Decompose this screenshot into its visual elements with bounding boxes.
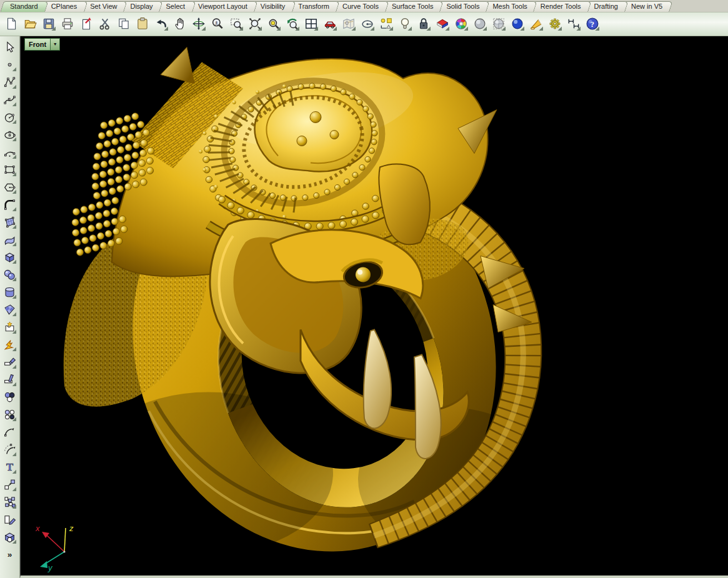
spotlight-button[interactable] [528, 16, 544, 32]
tab-label: Set View [90, 2, 117, 10]
new-file-icon [4, 17, 18, 31]
gear-icon [548, 17, 562, 31]
array-button[interactable] [2, 494, 18, 510]
tab-standard[interactable]: Standard [2, 1, 47, 12]
rendered-viewport-button[interactable] [509, 16, 526, 32]
tab-set-view[interactable]: Set View [82, 1, 126, 12]
tab-label: Visibility [261, 2, 286, 10]
circle-button[interactable] [2, 109, 18, 125]
show-map-button[interactable] [341, 16, 357, 32]
shaded-viewport-button[interactable] [472, 16, 488, 32]
zoom-selected-button[interactable] [266, 16, 282, 32]
viewport-layout-button[interactable] [303, 16, 319, 32]
export-button[interactable] [78, 16, 94, 32]
tab-select[interactable]: Select [158, 1, 194, 12]
tab-new-in-v5[interactable]: New in V5 [623, 1, 671, 12]
rectangle-button[interactable] [2, 162, 18, 177]
lock-objects-button[interactable] [416, 16, 432, 32]
extend-button[interactable] [2, 424, 18, 440]
color-wheel-icon [454, 17, 468, 31]
offset-button[interactable] [2, 442, 18, 457]
edit-layers-button[interactable] [434, 16, 451, 32]
save-button[interactable] [41, 16, 57, 32]
lock-icon [417, 17, 431, 31]
tab-display[interactable]: Display [122, 1, 161, 12]
arc-button[interactable] [2, 144, 18, 160]
offset-icon [3, 443, 16, 456]
surface-from-curves-button[interactable] [2, 232, 18, 247]
more-tools-button[interactable]: » [2, 547, 18, 562]
new-file-button[interactable] [3, 16, 19, 32]
ellipse-button[interactable] [2, 127, 18, 142]
polygon-icon [3, 181, 16, 194]
pan-button[interactable] [172, 16, 188, 32]
boolean-button[interactable] [2, 319, 18, 335]
tab-curve-tools[interactable]: Curve Tools [334, 1, 387, 12]
object-snap-button[interactable] [378, 16, 394, 32]
help-button[interactable]: ? [584, 16, 601, 32]
patch-button[interactable] [2, 302, 18, 317]
tab-render-tools[interactable]: Render Tools [532, 1, 590, 12]
viewports-icon [304, 17, 318, 31]
undo-view-icon [286, 17, 299, 31]
tab-label: Viewport Layout [198, 2, 247, 10]
copy-button[interactable] [116, 16, 132, 32]
options-button[interactable] [547, 16, 563, 32]
flow-along-surface-button[interactable] [2, 529, 18, 545]
polygon-button[interactable] [2, 179, 18, 195]
viewport-title-dropdown[interactable]: Front ▼ [24, 38, 60, 51]
tab-visibility[interactable]: Visibility [252, 1, 294, 12]
tab-solid-tools[interactable]: Solid Tools [438, 1, 488, 12]
text-button[interactable]: T [2, 459, 18, 475]
sphere-button[interactable] [2, 267, 18, 282]
tab-label: Surface Tools [392, 2, 433, 10]
undo-view-change-button[interactable] [284, 16, 301, 32]
viewport-3d-render[interactable] [21, 36, 728, 576]
curve-from-objects-button[interactable] [2, 197, 18, 212]
set-cplane-button[interactable] [359, 16, 376, 32]
paste-button[interactable] [134, 16, 151, 32]
explode-button[interactable] [2, 337, 18, 352]
named-views-button[interactable] [322, 16, 338, 32]
zoom-extents-button[interactable] [247, 16, 263, 32]
tab-label: Solid Tools [446, 2, 479, 10]
surface-from-points-button[interactable] [2, 214, 18, 230]
select-button[interactable] [2, 39, 18, 55]
move-button[interactable] [2, 477, 18, 492]
group-button[interactable] [2, 407, 18, 422]
ghosted-viewport-button[interactable] [491, 16, 507, 32]
hide-objects-button[interactable] [397, 16, 413, 32]
zoom-dynamic-button[interactable]: ± [209, 16, 226, 32]
join-button[interactable] [2, 389, 18, 405]
tab-transform[interactable]: Transform [290, 1, 338, 12]
cut-icon [98, 17, 112, 31]
tab-mesh-tools[interactable]: Mesh Tools [484, 1, 536, 12]
hatch-button[interactable] [2, 512, 18, 527]
chevron-down-icon[interactable]: ▼ [50, 39, 59, 50]
map-icon [342, 17, 356, 31]
box-button[interactable] [2, 249, 18, 265]
undo-button[interactable] [153, 16, 169, 32]
open-file-button[interactable] [22, 16, 38, 32]
dimension-button[interactable] [566, 16, 582, 32]
split-button[interactable] [2, 372, 18, 387]
tab-drafting[interactable]: Drafting [586, 1, 627, 12]
polyline-button[interactable] [2, 74, 18, 90]
tab-viewport-layout[interactable]: Viewport Layout [190, 1, 256, 12]
tab-label: Transform [298, 2, 329, 10]
point-button[interactable] [2, 57, 18, 72]
fillet-icon [3, 198, 16, 211]
viewport-title[interactable]: Front [25, 39, 50, 50]
tab-surface-tools[interactable]: Surface Tools [384, 1, 442, 12]
cut-button[interactable] [97, 16, 113, 32]
cylinder-button[interactable] [2, 284, 18, 300]
curve-button[interactable] [2, 92, 18, 107]
rotate-view-button[interactable] [191, 16, 207, 32]
print-button[interactable] [59, 16, 76, 32]
zoom-window-button[interactable] [228, 16, 244, 32]
tab-cplanes[interactable]: CPlanes [43, 1, 86, 12]
render-button[interactable] [453, 16, 469, 32]
left-tool-sidebar: T» [0, 36, 20, 578]
viewport-front[interactable]: Front ▼ [20, 36, 728, 578]
trim-button[interactable] [2, 354, 18, 370]
